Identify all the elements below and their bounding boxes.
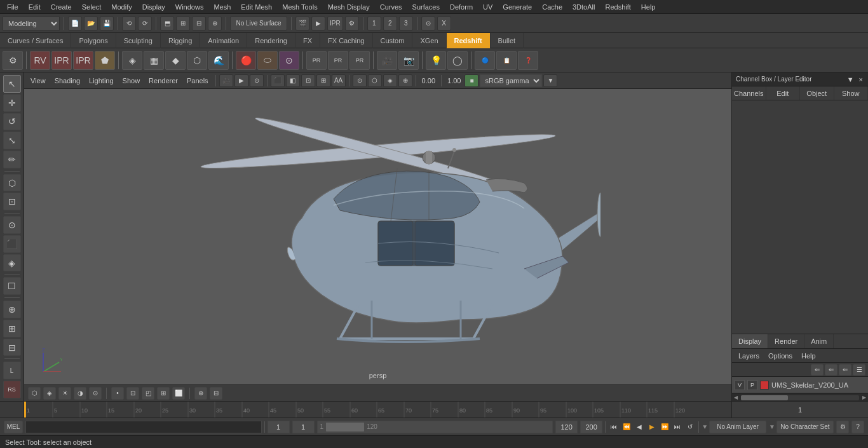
- edge-mode-btn[interactable]: ⬛: [3, 235, 21, 253]
- vp-playblast-btn[interactable]: ▶: [234, 74, 248, 87]
- vp-aa-btn[interactable]: AA: [332, 74, 346, 87]
- scroll-right-btn[interactable]: [860, 394, 868, 402]
- menu-3dtool[interactable]: 3DtoAll: [568, 2, 599, 12]
- vp-film-gate-btn[interactable]: ◧: [286, 74, 300, 87]
- help-line-btn[interactable]: ?: [851, 421, 864, 433]
- tab-fx[interactable]: FX: [295, 33, 320, 48]
- display-layer-btn[interactable]: L: [3, 362, 21, 379]
- scroll-thumb[interactable]: [741, 395, 788, 400]
- vp-sel-mode3-btn[interactable]: ◈: [383, 74, 397, 87]
- tab-fx-caching[interactable]: FX Caching: [320, 33, 372, 48]
- snap-to-curve-btn[interactable]: ⊕: [208, 17, 222, 31]
- preferences-btn[interactable]: ⚙: [836, 421, 849, 433]
- tab-channels[interactable]: Channels: [732, 86, 766, 100]
- menu-edit-mesh[interactable]: Edit Mesh: [236, 2, 276, 12]
- char-set-arrow[interactable]: ▼: [769, 423, 775, 430]
- shelf-rs2-btn[interactable]: 📋: [496, 51, 517, 70]
- last-tool-btn[interactable]: ✏: [3, 151, 21, 168]
- shelf-pr2-btn[interactable]: PR: [306, 51, 327, 70]
- layer-settings-btn[interactable]: ☰: [853, 364, 865, 376]
- pb-goto-start-btn[interactable]: ⏮: [608, 421, 620, 433]
- snap-point-btn[interactable]: ⊟: [3, 339, 21, 356]
- menu-mesh[interactable]: Mesh: [209, 2, 235, 12]
- vp-bndbox-btn[interactable]: ⬜: [172, 387, 185, 400]
- vp-ambient-btn[interactable]: ☀: [58, 387, 71, 400]
- pb-goto-end-btn[interactable]: ⏭: [672, 421, 683, 433]
- viewport-toggle-btn[interactable]: ⊙: [421, 17, 435, 31]
- no-live-surface-btn[interactable]: No Live Surface: [230, 17, 287, 31]
- vp-shading-btn[interactable]: ⬡: [28, 387, 41, 400]
- menu-surfaces[interactable]: Surfaces: [408, 2, 444, 12]
- layer-color-swatch[interactable]: [760, 381, 769, 390]
- vp-edge-btn[interactable]: ⊡: [126, 387, 139, 400]
- render-sequence-btn[interactable]: ▶: [311, 17, 325, 31]
- menu-redshift[interactable]: Redshift: [600, 2, 635, 12]
- vp-isolate-btn[interactable]: ⊙: [250, 74, 264, 87]
- shelf-pr-ipr-btn[interactable]: IPR: [51, 51, 72, 70]
- layer-add-btn[interactable]: ⇐: [811, 364, 824, 376]
- tab-edit[interactable]: Edit: [766, 86, 801, 100]
- vp-grid-btn[interactable]: ⊞: [316, 74, 330, 87]
- snap-to-grid-btn[interactable]: ⊟: [192, 17, 206, 31]
- tab-xgen[interactable]: XGen: [412, 33, 446, 48]
- redo-btn[interactable]: ⟳: [138, 17, 152, 31]
- layer-scrollbar-h[interactable]: [732, 393, 868, 401]
- snap-grid-btn[interactable]: ⊕: [3, 301, 21, 318]
- shelf-obj4-btn[interactable]: ⬡: [187, 51, 207, 70]
- scale-tool-btn[interactable]: ⤡: [3, 132, 21, 149]
- vp-sel-mode4-btn[interactable]: ⊕: [398, 74, 412, 87]
- tab-redshift[interactable]: Redshift: [447, 33, 491, 48]
- tab-rendering[interactable]: Rendering: [247, 33, 295, 48]
- pb-step-back-btn[interactable]: ⏪: [621, 421, 632, 433]
- menu-curves[interactable]: Curves: [376, 2, 407, 12]
- select-all-btn[interactable]: ⊞: [176, 17, 190, 31]
- anim-layer-select[interactable]: No Anim Layer: [709, 421, 766, 433]
- tab-bullet[interactable]: Bullet: [491, 33, 524, 48]
- viewport-menu-renderer[interactable]: Renderer: [145, 76, 182, 86]
- vp-srgb-btn[interactable]: ■: [465, 74, 478, 87]
- select-tool-btn[interactable]: ↖: [3, 75, 21, 93]
- undo-btn[interactable]: ⟲: [122, 17, 136, 31]
- vp-ao-btn[interactable]: ⊙: [89, 387, 102, 400]
- menu-help[interactable]: Help: [637, 2, 660, 12]
- scroll-track[interactable]: [741, 395, 859, 400]
- layer-visibility-btn[interactable]: V: [735, 380, 745, 390]
- anim-layer-arrow[interactable]: ▼: [702, 423, 708, 430]
- shelf-pr3-btn[interactable]: PR: [328, 51, 348, 70]
- pb-play-forward-btn[interactable]: ▶: [646, 421, 658, 433]
- tab-polygons[interactable]: Polygons: [71, 33, 116, 48]
- shelf-rs3-btn[interactable]: ❓: [518, 51, 538, 70]
- shelf-pr-rv-btn[interactable]: RV: [30, 51, 50, 70]
- pb-step-forward-btn[interactable]: ⏩: [659, 421, 670, 433]
- scroll-left-btn[interactable]: [732, 394, 740, 402]
- snap-curve-btn[interactable]: ⊞: [3, 320, 21, 337]
- tab-animation[interactable]: Animation: [200, 33, 247, 48]
- select-by-hierarchy-btn[interactable]: ⬒: [160, 17, 174, 31]
- range-thumb[interactable]: [326, 423, 364, 431]
- layer-menu-help[interactable]: Help: [797, 351, 820, 361]
- workspace-select[interactable]: Modeling Rigging Animation Rendering: [3, 17, 60, 31]
- max-frame-field[interactable]: [580, 421, 602, 433]
- shelf-cam1-btn[interactable]: 🎥: [377, 51, 397, 70]
- menu-cache[interactable]: Cache: [538, 2, 567, 12]
- shelf-obj2-btn[interactable]: ▦: [144, 51, 164, 70]
- display-smooth-btn[interactable]: 3: [399, 17, 413, 31]
- save-file-btn[interactable]: 💾: [100, 17, 114, 31]
- xray-btn[interactable]: X: [437, 17, 451, 31]
- channel-box-close-btn[interactable]: ×: [858, 76, 864, 83]
- mel-toggle-btn[interactable]: MEL: [4, 421, 23, 433]
- vp-uvshell-btn[interactable]: ⊞: [157, 387, 170, 400]
- pb-play-back-btn[interactable]: ◀: [634, 421, 645, 433]
- menu-deform[interactable]: Deform: [445, 2, 477, 12]
- shelf-settings-btn[interactable]: ⚙: [3, 51, 23, 70]
- vp-texture-btn[interactable]: ◈: [43, 387, 56, 400]
- menu-mesh-tools[interactable]: Mesh Tools: [278, 2, 322, 12]
- end-frame-field[interactable]: [555, 421, 578, 433]
- vp-color-space-select[interactable]: sRGB gamma Linear ACEScg: [480, 74, 542, 87]
- start-frame-field[interactable]: [268, 421, 290, 433]
- layer-remove-btn[interactable]: ⇐: [839, 364, 851, 376]
- viewport-menu-panels[interactable]: Panels: [183, 76, 212, 86]
- char-set-select[interactable]: No Character Set: [776, 421, 834, 433]
- redshift-btn[interactable]: RS: [3, 381, 21, 398]
- menu-create[interactable]: Create: [46, 2, 76, 12]
